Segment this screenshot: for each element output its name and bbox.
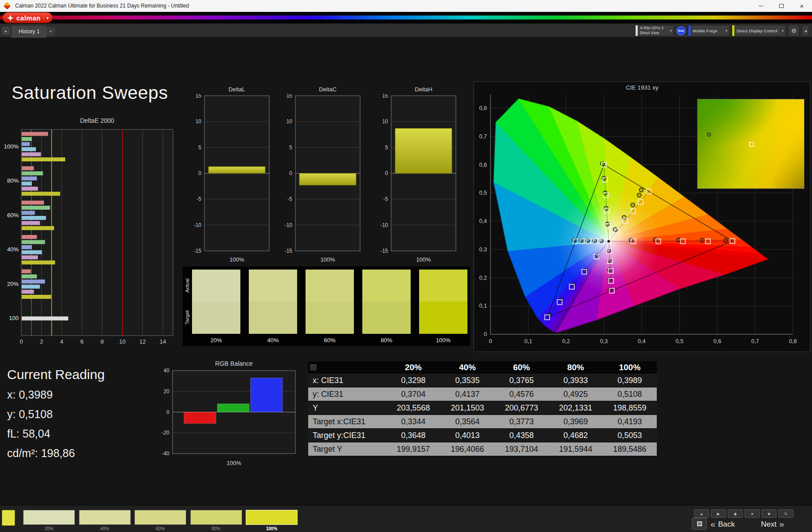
add-tab-button[interactable]: +	[46, 27, 55, 35]
close-button[interactable]: ×	[792, 0, 812, 12]
svg-text:0,1: 0,1	[525, 338, 532, 344]
thumbnail-label: 20%	[23, 526, 75, 531]
svg-text:-40: -40	[162, 450, 170, 457]
divider	[43, 14, 44, 21]
measurement-point-icon	[707, 133, 711, 137]
thumbnail-label: 60%	[134, 526, 186, 531]
svg-text:100%: 100%	[227, 460, 242, 466]
deltal-chart: 151050-5-10-15100%	[183, 94, 272, 262]
table-value: 203,5568	[386, 401, 440, 415]
svg-text:0: 0	[20, 338, 23, 345]
svg-text:-20: -20	[162, 430, 170, 436]
back-button[interactable]: « Back	[710, 519, 735, 530]
settings-button[interactable]: ⚙	[788, 25, 800, 36]
svg-text:0: 0	[289, 170, 292, 176]
table-corner	[308, 361, 386, 374]
app-icon	[4, 2, 11, 10]
next-button[interactable]: Next »	[761, 519, 784, 530]
meter-status-tab	[635, 25, 638, 36]
tab-bar: ▸ History 1 + X-Rite i1Pro 3 Direct View…	[0, 23, 812, 38]
play-button[interactable]: ▶	[711, 509, 726, 518]
svg-text:-5: -5	[196, 196, 201, 202]
marker-button[interactable]: ◆	[728, 509, 743, 518]
table-value: 0,3298	[386, 374, 440, 387]
target-swatch	[362, 301, 411, 334]
swatch-40%: 40%	[249, 270, 297, 344]
table-value: 0,4925	[549, 387, 603, 401]
chevron-left-icon: «	[710, 519, 715, 529]
svg-text:0,5: 0,5	[479, 190, 487, 196]
display-control-dropdown[interactable]: Direct Display Control ▾	[732, 25, 786, 36]
record-button[interactable]: ●	[745, 509, 760, 518]
brand-bar: calman ▾	[0, 12, 812, 23]
history-thumbnail-100%[interactable]	[246, 510, 298, 525]
cie-zoom-inset	[697, 99, 804, 189]
svg-text:0,8: 0,8	[789, 338, 796, 344]
swatch-20%: 20%	[192, 270, 240, 344]
svg-text:0,3: 0,3	[600, 338, 608, 344]
reading-x: x: 0,3989	[7, 388, 53, 401]
table-value: 0,3773	[494, 415, 549, 429]
display-status-tab	[732, 25, 734, 36]
collapse-button[interactable]: ◂	[802, 25, 809, 36]
table-value: 0,3969	[549, 415, 603, 429]
svg-text:20: 20	[164, 388, 170, 395]
maximize-icon	[779, 4, 784, 8]
bookmark-button[interactable]: ■	[761, 509, 777, 518]
table-value: 0,4358	[494, 429, 549, 442]
minimize-button[interactable]	[751, 0, 771, 12]
source-dropdown[interactable]: Mobile Forge ▾	[688, 25, 730, 36]
tab-history-1[interactable]: History 1	[12, 26, 47, 38]
calman-menu-button[interactable]: calman ▾	[3, 12, 52, 23]
scroll-up-icon: ▲	[700, 512, 704, 516]
table-row: Y203,5568201,1503200,6773202,1331198,855…	[308, 401, 657, 415]
maximize-button[interactable]	[771, 0, 792, 12]
actual-swatch	[249, 270, 297, 301]
history-thumbnail-80%[interactable]	[190, 510, 242, 525]
stop-button[interactable]	[692, 518, 707, 530]
svg-text:0,1: 0,1	[479, 303, 487, 309]
history-bar: « Back Next » 20%40%60%80%100%▲▶◆●■↻	[0, 505, 812, 532]
table-value: 0,3704	[386, 387, 440, 401]
target-swatch	[192, 301, 240, 334]
history-thumbnail-40%[interactable]	[79, 510, 131, 525]
marker-icon: ◆	[734, 512, 737, 516]
table-value: 0,4137	[440, 387, 494, 401]
svg-text:40: 40	[164, 368, 170, 374]
svg-text:0: 0	[489, 338, 492, 344]
svg-text:10: 10	[119, 338, 126, 345]
tab-nav-button[interactable]: ▸	[2, 27, 10, 35]
svg-text:20%: 20%	[7, 281, 19, 287]
table-value: 199,9157	[386, 442, 440, 456]
record-icon: ●	[751, 512, 753, 516]
table-value: 193,7104	[494, 442, 549, 456]
chevron-down-icon[interactable]: ▾	[47, 16, 49, 20]
refresh-button[interactable]: ↻	[778, 509, 793, 518]
reading-y: y: 0,5108	[7, 408, 53, 421]
svg-text:-15: -15	[194, 248, 202, 254]
thumbnail-label: 100%	[246, 526, 298, 531]
swatch-label: 60%	[306, 337, 354, 344]
meter-dropdown[interactable]: X-Rite i1Pro 3 Direct View ▾	[635, 25, 674, 36]
svg-text:-10: -10	[381, 222, 388, 228]
svg-text:80%: 80%	[7, 177, 19, 184]
svg-text:100%: 100%	[320, 256, 335, 262]
next-label: Next	[761, 520, 777, 529]
measurement-table: 20%40%60%80%100%x: CIE310,32980,35350,37…	[308, 361, 657, 456]
svg-text:10: 10	[196, 118, 202, 125]
history-thumbnail-20%[interactable]	[23, 510, 75, 525]
history-thumbnail-60%[interactable]	[134, 510, 186, 525]
table-row: y: CIE310,37040,41370,45760,49250,5108	[308, 387, 657, 401]
svg-text:0: 0	[385, 170, 388, 176]
profile-badge[interactable]: 516	[676, 26, 686, 35]
svg-text:0,5: 0,5	[676, 338, 683, 344]
table-value: 198,8559	[603, 401, 657, 415]
table-value: 0,4576	[494, 387, 549, 401]
table-row: x: CIE310,32980,35350,37650,39330,3989	[308, 374, 657, 387]
table-row: Target y:CIE310,36480,40130,43580,46820,…	[308, 429, 657, 442]
page-title: Saturation Sweeps	[12, 82, 168, 103]
color-patch[interactable]	[2, 510, 15, 526]
svg-text:60%: 60%	[7, 212, 19, 219]
svg-text:15: 15	[382, 94, 388, 99]
scroll-up-button[interactable]: ▲	[694, 509, 709, 518]
